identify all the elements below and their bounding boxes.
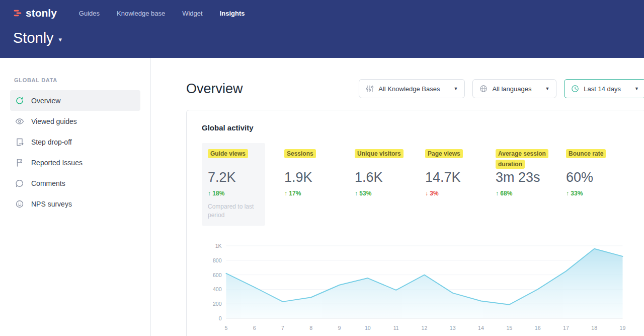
metric-value: 3m 23s xyxy=(496,170,554,185)
trend-arrow-icon: ↑ xyxy=(208,190,211,197)
step-drop-off-icon xyxy=(15,138,24,147)
metric-value: 7.2K xyxy=(208,170,259,185)
workspace-name: Stonly xyxy=(13,30,54,46)
sidebar-item-reported-issues[interactable]: Reported Issues xyxy=(10,152,140,173)
metric-change: ↑ 53% xyxy=(355,190,413,197)
svg-text:6: 6 xyxy=(253,324,256,330)
metric-label: Bounce rate xyxy=(566,149,606,158)
stonly-logo-icon xyxy=(13,9,22,18)
svg-text:19: 19 xyxy=(620,324,626,330)
language-filter-dropdown[interactable]: All languages ▼ xyxy=(472,79,556,98)
sidebar: GLOBAL DATA Overview Viewed guides Step … xyxy=(0,58,151,336)
metric-value: 60% xyxy=(566,170,624,185)
nav-item-guides[interactable]: Guides xyxy=(79,10,100,17)
chevron-down-icon: ▼ xyxy=(545,86,549,91)
svg-text:7: 7 xyxy=(281,324,284,330)
chevron-down-icon: ▼ xyxy=(453,86,458,91)
stonly-logo[interactable]: stonly xyxy=(13,7,57,19)
svg-text:5: 5 xyxy=(224,324,227,330)
filter-bar: All Knowledge Bases ▼ All languages ▼ La… xyxy=(359,79,644,98)
nav-item-insights[interactable]: Insights xyxy=(220,10,245,17)
main-content: Overview All Knowledge Bases ▼ All langu… xyxy=(151,58,644,336)
metric-label: Guide views xyxy=(208,149,248,158)
knowledge-base-filter-dropdown[interactable]: All Knowledge Bases ▼ xyxy=(359,79,465,98)
metrics-row: Guide views 7.2K ↑ 18% Compared to last … xyxy=(202,143,630,226)
svg-text:9: 9 xyxy=(338,324,341,330)
metric-change: ↑ 17% xyxy=(284,190,343,197)
trend-arrow-icon: ↑ xyxy=(566,190,569,197)
clock-icon xyxy=(571,85,579,93)
metric-average-session-duration[interactable]: Average session duration 3m 23s ↑ 68% xyxy=(490,143,560,226)
svg-text:16: 16 xyxy=(535,324,541,330)
metric-guide-views[interactable]: Guide views 7.2K ↑ 18% Compared to last … xyxy=(202,143,265,226)
trend-arrow-icon: ↑ xyxy=(284,190,287,197)
sidebar-section-label: GLOBAL DATA xyxy=(0,77,150,83)
svg-text:13: 13 xyxy=(450,324,456,330)
sidebar-item-nps-surveys[interactable]: NPS surveys xyxy=(10,193,140,214)
activity-chart-svg: 02004006008001K5678910111213141516171819 xyxy=(202,239,630,335)
svg-text:17: 17 xyxy=(563,324,569,330)
svg-text:0: 0 xyxy=(219,315,222,321)
metric-value: 1.9K xyxy=(284,170,343,185)
metric-value: 14.7K xyxy=(425,170,484,185)
sidebar-item-step-drop-off[interactable]: Step drop-off xyxy=(10,131,140,152)
metric-change: ↑ 33% xyxy=(566,190,624,197)
nav-item-widget[interactable]: Widget xyxy=(182,10,202,17)
metric-label: Average session duration xyxy=(496,149,548,169)
svg-text:18: 18 xyxy=(591,324,597,330)
metric-bounce-rate[interactable]: Bounce rate 60% ↑ 33% xyxy=(560,143,630,226)
chevron-down-icon: ▼ xyxy=(634,86,639,91)
svg-text:1K: 1K xyxy=(215,242,222,248)
sidebar-item-label: Step drop-off xyxy=(31,138,72,146)
sidebar-item-label: NPS surveys xyxy=(31,200,72,208)
metric-page-views[interactable]: Page views 14.7K ↓ 3% xyxy=(419,143,490,226)
svg-text:800: 800 xyxy=(213,257,222,263)
sidebar-menu: Overview Viewed guides Step drop-off Rep… xyxy=(0,90,150,214)
sidebar-item-label: Comments xyxy=(31,179,65,187)
svg-text:10: 10 xyxy=(365,324,371,330)
metric-change: ↑ 68% xyxy=(496,190,554,197)
nav-item-knowledge-base[interactable]: Knowledge base xyxy=(117,10,165,17)
metric-unique-visitors[interactable]: Unique visitors 1.6K ↑ 53% xyxy=(349,143,419,226)
page-title: Overview xyxy=(186,81,243,97)
svg-text:400: 400 xyxy=(213,286,222,292)
sidebar-item-label: Reported Issues xyxy=(31,159,83,167)
filter-label: All languages xyxy=(492,85,531,93)
metric-change: ↑ 18% xyxy=(208,190,259,197)
flag-icon xyxy=(15,158,24,167)
global-activity-card: Global activity Guide views 7.2K ↑ 18% C… xyxy=(186,110,644,336)
smiley-icon xyxy=(15,199,24,209)
sidebar-item-comments[interactable]: Comments xyxy=(10,173,140,193)
metric-change: ↓ 3% xyxy=(425,190,484,197)
comment-bubble-icon xyxy=(15,179,24,188)
activity-area-chart: 02004006008001K5678910111213141516171819 xyxy=(202,239,630,335)
svg-text:200: 200 xyxy=(213,301,222,307)
metric-value: 1.6K xyxy=(355,170,413,185)
stonly-logo-text: stonly xyxy=(26,7,57,19)
top-navigation: stonly Guides Knowledge base Widget Insi… xyxy=(13,5,644,21)
sidebar-item-label: Overview xyxy=(31,97,60,105)
app-header: stonly Guides Knowledge base Widget Insi… xyxy=(0,0,644,58)
metric-label: Unique visitors xyxy=(355,149,404,158)
card-title: Global activity xyxy=(202,123,630,132)
date-range-filter-dropdown[interactable]: Last 14 days ▼ xyxy=(564,79,644,98)
workspace-selector[interactable]: Stonly ▾ xyxy=(13,30,644,46)
filter-label: Last 14 days xyxy=(584,85,621,93)
metric-label: Sessions xyxy=(284,149,316,158)
trend-arrow-icon: ↑ xyxy=(496,190,499,197)
eye-icon xyxy=(15,117,24,126)
sidebar-item-viewed-guides[interactable]: Viewed guides xyxy=(10,111,140,131)
svg-text:600: 600 xyxy=(213,272,222,278)
globe-icon xyxy=(479,85,488,93)
metric-note: Compared to last period xyxy=(208,203,259,220)
metric-sessions[interactable]: Sessions 1.9K ↑ 17% xyxy=(278,143,349,226)
trend-arrow-icon: ↓ xyxy=(425,190,428,197)
filter-label: All Knowledge Bases xyxy=(378,85,440,93)
sidebar-item-overview[interactable]: Overview xyxy=(10,90,140,111)
trend-arrow-icon: ↑ xyxy=(355,190,358,197)
sidebar-item-label: Viewed guides xyxy=(31,117,77,125)
svg-text:15: 15 xyxy=(506,324,512,330)
sliders-icon xyxy=(366,85,374,93)
metric-label: Page views xyxy=(425,149,463,158)
svg-text:14: 14 xyxy=(478,324,484,330)
